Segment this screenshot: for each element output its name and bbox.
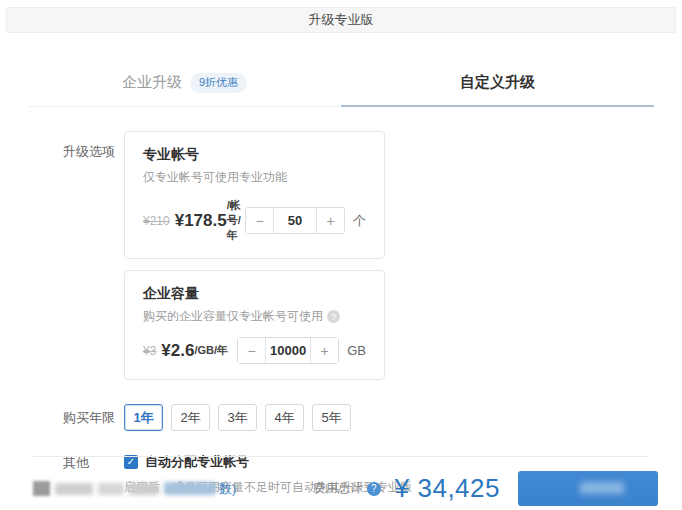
redacted-link[interactable] [164, 482, 216, 495]
pro-account-quantity-unit: 个 [353, 212, 366, 230]
pro-account-price-unit: /帐号/年 [227, 198, 245, 243]
redacted-text-segment [98, 483, 124, 495]
pro-account-card: 专业帐号 仅专业帐号可使用专业功能 ¥210 ¥178.5 /帐号/年 − 50… [124, 131, 385, 259]
dialog-titlebar: 升级专业版 [6, 7, 676, 33]
tab-enterprise-label: 企业升级 [122, 73, 182, 90]
pro-account-original-price: ¥210 [143, 214, 170, 228]
tab-enterprise-upgrade[interactable]: 企业升级9折优惠 [28, 73, 341, 107]
upgrade-options-cards: 专业帐号 仅专业帐号可使用专业功能 ¥210 ¥178.5 /帐号/年 − 50… [124, 131, 385, 380]
discount-badge: 9折优惠 [190, 73, 247, 93]
redacted-button-label [580, 482, 624, 494]
pro-account-stepper: − 50 + [245, 207, 345, 234]
pro-account-subtitle: 仅专业帐号可使用专业功能 [143, 169, 366, 186]
capacity-quantity-unit: GB [347, 343, 366, 358]
capacity-quantity-input[interactable]: 10000 [265, 338, 311, 363]
upgrade-options-label: 升级选项 [63, 131, 124, 380]
footer-divider [33, 456, 649, 457]
enterprise-capacity-card: 企业容量 购买的企业容量仅专业帐号可使用 ? ¥3 ¥2.6 /GB/年 − 1… [124, 270, 385, 380]
dialog-title: 升级专业版 [309, 11, 374, 29]
capacity-plus-button[interactable]: + [311, 338, 338, 363]
year-button-4[interactable]: 4年 [265, 404, 304, 431]
confirm-pay-button-redacted[interactable] [518, 471, 658, 506]
enterprise-capacity-subtitle: 购买的企业容量仅专业帐号可使用 ? [143, 308, 366, 325]
year-buttons: 1年 2年 3年 4年 5年 [124, 404, 351, 431]
pro-account-plus-button[interactable]: + [317, 208, 344, 233]
year-button-2[interactable]: 2年 [171, 404, 210, 431]
total-help-icon[interactable]: ? [367, 482, 381, 496]
enterprise-capacity-price: ¥2.6 [161, 341, 194, 361]
pro-account-price-row: ¥210 ¥178.5 /帐号/年 − 50 + 个 [143, 198, 366, 243]
upgrade-pro-dialog: 升级专业版 企业升级9折优惠 自定义升级 升级选项 专业帐号 仅专业帐号可使用专… [0, 7, 682, 510]
purchase-years-row: 购买年限 1年 2年 3年 4年 5年 [0, 404, 682, 431]
enterprise-capacity-stepper: − 10000 + [237, 337, 339, 364]
total-cost-value: ¥ 34,425 [395, 473, 500, 504]
enterprise-capacity-subtitle-text: 购买的企业容量仅专业帐号可使用 [143, 308, 323, 325]
enterprise-capacity-price-unit: /GB/年 [194, 343, 228, 358]
year-button-3[interactable]: 3年 [218, 404, 257, 431]
pro-account-title: 专业帐号 [143, 146, 366, 164]
pro-account-minus-button[interactable]: − [246, 208, 273, 233]
purchase-years-label: 购买年限 [63, 408, 124, 427]
footer: 数) 费用总计 ? ¥ 34,425 [33, 471, 658, 506]
enterprise-capacity-original-price: ¥3 [143, 344, 156, 358]
upgrade-tabs: 企业升级9折优惠 自定义升级 [28, 73, 654, 107]
redacted-link-tail[interactable]: 数) [219, 480, 236, 498]
pro-account-quantity-input[interactable]: 50 [273, 208, 317, 233]
year-button-5[interactable]: 5年 [312, 404, 351, 431]
redacted-text: 数) [33, 480, 236, 498]
auto-assign-checkbox[interactable]: ✓ [124, 455, 138, 469]
redacted-text-segment [55, 483, 93, 495]
enterprise-capacity-title: 企业容量 [143, 285, 366, 303]
pro-account-price: ¥178.5 [175, 211, 227, 231]
year-button-1[interactable]: 1年 [124, 404, 163, 431]
tab-custom-label: 自定义升级 [460, 73, 535, 90]
redacted-icon [33, 481, 50, 496]
redacted-text-segment [129, 483, 159, 495]
enterprise-capacity-price-row: ¥3 ¥2.6 /GB/年 − 10000 + GB [143, 337, 366, 364]
capacity-help-icon[interactable]: ? [327, 310, 340, 323]
capacity-minus-button[interactable]: − [238, 338, 265, 363]
total-cost-label: 费用总计 [314, 480, 362, 497]
upgrade-options-row: 升级选项 专业帐号 仅专业帐号可使用专业功能 ¥210 ¥178.5 /帐号/年… [0, 131, 682, 380]
tab-custom-upgrade[interactable]: 自定义升级 [341, 73, 654, 107]
